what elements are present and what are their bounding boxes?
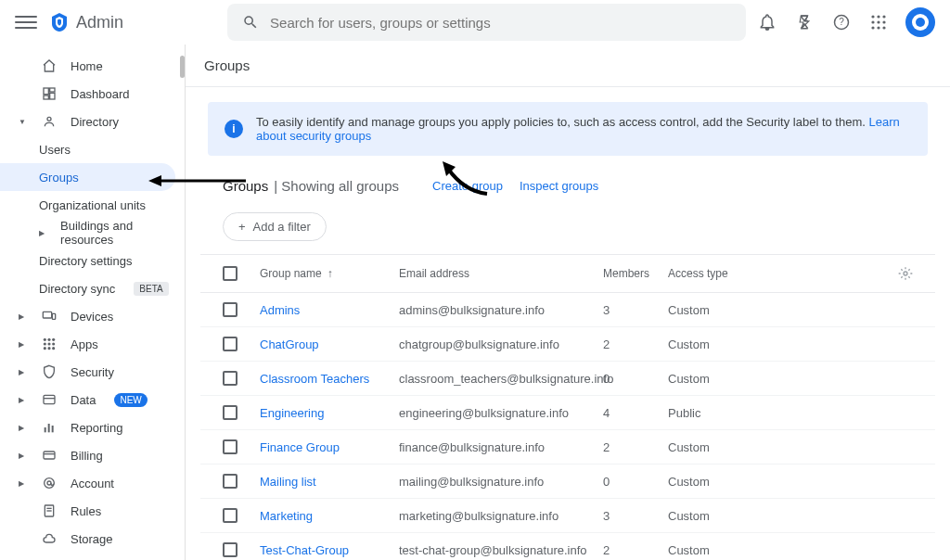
sidebar-item-directory[interactable]: ▼ Directory [0,108,185,135]
table-row[interactable]: Test-Chat-Group test-chat-group@bulksign… [200,533,935,560]
sidebar-item-label: Devices [71,310,113,324]
table-header: Group name ↑ Email address Members Acces… [200,255,935,293]
table-row[interactable]: ChatGroup chatgroup@bulksignature.info 2… [200,327,935,362]
caret-down-icon: ▼ [19,118,28,126]
sidebar-item-users[interactable]: Users [0,135,185,163]
row-checkbox[interactable] [223,542,238,557]
table-row[interactable]: Finance Group finance@bulksignature.info… [200,430,935,465]
group-name-link[interactable]: ChatGroup [260,337,399,351]
sidebar-item-label: Groups [39,171,79,185]
col-header-access[interactable]: Access type [668,267,779,280]
svg-rect-11 [44,88,48,95]
group-name-link[interactable]: Marketing [260,509,399,523]
caret-right-icon: ▶ [19,340,28,349]
sidebar-item-data[interactable]: ▶DataNEW [0,386,185,414]
svg-point-22 [47,342,50,345]
create-group-link[interactable]: Create group [432,179,503,193]
add-filter-button[interactable]: + Add a filter [223,212,327,241]
sidebar-item-label: Rules [71,504,101,518]
app-title: Admin [76,13,123,32]
table-row[interactable]: Admins admins@bulksignature.info 3 Custo… [200,293,935,327]
svg-point-8 [871,26,874,29]
search-field[interactable] [270,15,731,31]
sidebar-item-groups[interactable]: Groups [0,163,175,191]
avatar[interactable] [905,7,935,37]
row-checkbox[interactable] [223,405,238,420]
row-checkbox[interactable] [223,337,238,351]
group-access: Custom [668,543,779,557]
row-checkbox[interactable] [223,508,238,523]
group-email: finance@bulksignature.info [399,440,603,454]
panel-label-groups: Groups [223,178,268,194]
panel-label-subtitle: | Showing all groups [274,178,399,194]
group-email: admins@bulksignature.info [399,303,603,317]
group-name-link[interactable]: Mailing list [260,475,399,489]
row-checkbox[interactable] [223,474,238,489]
logo[interactable]: Admin [48,11,123,33]
svg-rect-17 [52,313,55,319]
group-name-link[interactable]: Classroom Teachers [260,372,399,386]
group-email: test-chat-group@bulksignature.info [399,543,603,557]
sidebar-item-security[interactable]: ▶Security [0,358,185,386]
group-name-link[interactable]: Test-Chat-Group [260,543,399,557]
settings-icon[interactable] [898,266,913,281]
sidebar-item-billing[interactable]: ▶Billing [0,441,185,469]
main-content: Groups i To easily identify and manage g… [186,45,950,560]
sidebar-item-devices[interactable]: ▶Devices [0,302,185,330]
svg-rect-29 [45,427,46,432]
cloud-icon [41,530,58,547]
row-checkbox[interactable] [223,302,238,317]
group-name-link[interactable]: Finance Group [260,440,399,454]
col-header-email[interactable]: Email address [399,267,603,280]
row-checkbox[interactable] [223,371,238,386]
sidebar-item-account[interactable]: ▶Account [0,469,185,497]
row-checkbox[interactable] [223,439,238,454]
billing-icon [41,447,58,464]
panel-header: Groups | Showing all groups Create group… [200,167,935,205]
select-all-checkbox[interactable] [223,266,238,281]
group-name-link[interactable]: Admins [260,303,399,317]
table-row[interactable]: Marketing marketing@bulksignature.info 3… [200,499,935,533]
menu-icon[interactable] [15,11,37,33]
sidebar-item-home[interactable]: Home [0,52,185,80]
table-row[interactable]: Mailing list mailing@bulksignature.info … [200,465,935,499]
notifications-icon[interactable] [757,12,777,32]
sidebar-item-label: Security [71,365,114,379]
sidebar-item-label: Directory [71,115,119,129]
col-header-name[interactable]: Group name ↑ [260,267,399,280]
col-header-members[interactable]: Members [603,267,668,280]
svg-point-10 [882,26,885,29]
dashboard-icon [41,85,58,102]
search-input[interactable] [227,4,746,41]
inspect-groups-link[interactable]: Inspect groups [520,179,598,193]
sidebar-item-rules[interactable]: Rules [0,497,185,525]
sidebar: Home Dashboard ▼ Directory Users Groups … [0,45,186,560]
sidebar-item-reporting[interactable]: ▶Reporting [0,414,185,441]
sidebar-item-storage[interactable]: Storage [0,525,185,553]
sidebar-item-label: Storage [71,532,113,546]
group-name-link[interactable]: Engineering [260,406,399,420]
beta-badge: BETA [134,282,168,296]
sidebar-item-directory-sync[interactable]: Directory syncBETA [0,274,185,302]
tasks-icon[interactable] [794,12,815,32]
sidebar-item-label: Users [39,143,71,157]
sidebar-item-buildings[interactable]: ▶Buildings and resources [0,219,185,247]
scrollbar[interactable] [179,45,185,560]
shield-icon [41,363,58,380]
group-access: Custom [668,303,779,317]
sidebar-item-dashboard[interactable]: Dashboard [0,80,185,108]
help-icon[interactable]: ? [831,12,852,32]
group-members: 3 [603,303,668,317]
sidebar-item-directory-settings[interactable]: Directory settings [0,247,185,274]
directory-icon [41,113,58,130]
header: Admin ? [0,0,950,45]
home-icon [41,57,58,74]
sidebar-item-org-units[interactable]: Organizational units [0,191,185,219]
header-actions: ? [757,7,935,37]
table-row[interactable]: Engineering engineering@bulksignature.in… [200,396,935,430]
sidebar-item-apps[interactable]: ▶Apps [0,330,185,358]
apps-grid-icon[interactable] [868,12,889,32]
table-row[interactable]: Classroom Teachers classroom_teachers@bu… [200,362,935,396]
caret-right-icon: ▶ [19,368,28,376]
sidebar-item-label: Reporting [71,421,122,435]
